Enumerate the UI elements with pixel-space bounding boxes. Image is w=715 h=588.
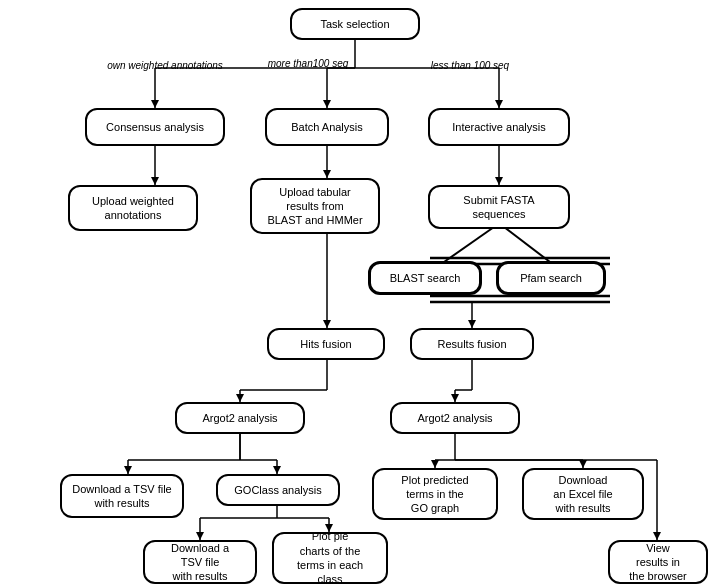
more-than100-label: more than100 seq — [258, 58, 358, 69]
svg-marker-45 — [431, 460, 439, 468]
flowchart: Task selection Consensus analysis Batch … — [0, 0, 715, 588]
batch-analysis-node: Batch Analysis — [265, 108, 389, 146]
blast-search-node: BLAST search — [368, 261, 482, 295]
svg-marker-23 — [468, 320, 476, 328]
download-excel-node: Download an Excel file with results — [522, 468, 644, 520]
svg-marker-37 — [124, 466, 132, 474]
svg-marker-29 — [236, 394, 244, 402]
plot-pie-node: Plot pie charts of the terms in each cla… — [272, 532, 388, 584]
svg-line-17 — [504, 227, 550, 262]
svg-line-16 — [444, 227, 494, 262]
less-than100-label: less than 100 seq — [400, 60, 540, 71]
upload-tabular-node: Upload tabular results from BLAST and HM… — [250, 178, 380, 234]
svg-marker-6 — [323, 100, 331, 108]
svg-marker-52 — [196, 532, 204, 540]
pfam-search-node: Pfam search — [496, 261, 606, 295]
svg-marker-33 — [451, 394, 459, 402]
svg-marker-25 — [323, 320, 331, 328]
results-fusion-node: Results fusion — [410, 328, 534, 360]
svg-marker-13 — [323, 170, 331, 178]
svg-marker-9 — [495, 100, 503, 108]
svg-marker-15 — [495, 177, 503, 185]
submit-fasta-node: Submit FASTA sequences — [428, 185, 570, 229]
argot2-right-node: Argot2 analysis — [390, 402, 520, 434]
plot-predicted-node: Plot predicted terms in the GO graph — [372, 468, 498, 520]
svg-marker-41 — [273, 466, 281, 474]
download-tsv-left-node: Download a TSV file with results — [60, 474, 184, 518]
upload-weighted-node: Upload weighted annotations — [68, 185, 198, 231]
svg-marker-48 — [579, 460, 587, 468]
svg-marker-58 — [653, 532, 661, 540]
interactive-analysis-node: Interactive analysis — [428, 108, 570, 146]
svg-marker-11 — [151, 177, 159, 185]
download-tsv-bottom-node: Download a TSV file with results — [143, 540, 257, 584]
hits-fusion-node: Hits fusion — [267, 328, 385, 360]
task-selection-node: Task selection — [290, 8, 420, 40]
view-results-node: View results in the browser — [608, 540, 708, 584]
goclass-analysis-node: GOClass analysis — [216, 474, 340, 506]
consensus-analysis-node: Consensus analysis — [85, 108, 225, 146]
argot2-left-node: Argot2 analysis — [175, 402, 305, 434]
svg-marker-3 — [151, 100, 159, 108]
own-weighted-label: own weighted annotations — [105, 60, 225, 71]
